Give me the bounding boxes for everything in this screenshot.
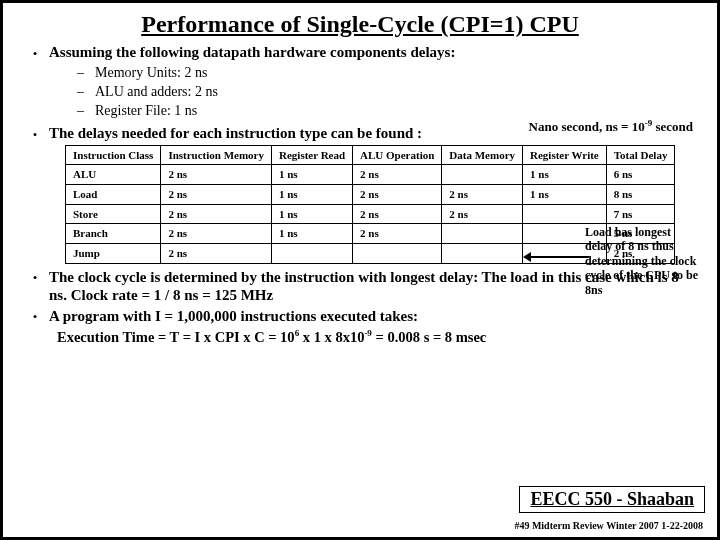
table-header-row: Instruction Class Instruction Memory Reg… (66, 145, 675, 165)
col-rwrite: Register Write (523, 145, 607, 165)
footer-course-box: EECC 550 - Shaaban (519, 486, 705, 513)
annotation: Load has longest delay of 8 ns thus dete… (585, 225, 701, 297)
delay-table: Instruction Class Instruction Memory Reg… (65, 145, 675, 264)
bullet-icon: • (21, 268, 49, 286)
execution-time-line: Execution Time = T = I x CPI x C = 106 x… (57, 328, 699, 346)
col-total: Total Delay (606, 145, 675, 165)
bullet-4-text: A program with I = 1,000,000 instruction… (49, 307, 699, 326)
col-imem: Instruction Memory (161, 145, 272, 165)
bullet-4: • A program with I = 1,000,000 instructi… (21, 307, 699, 326)
col-class: Instruction Class (66, 145, 161, 165)
table-row: Store2 ns1 ns2 ns2 ns7 ns (66, 204, 675, 224)
col-rread: Register Read (272, 145, 353, 165)
bullet-1-text: Assuming the following datapath hardware… (49, 44, 699, 61)
page-title: Performance of Single-Cycle (CPI=1) CPU (21, 11, 699, 38)
sub-1c: Register File: 1 ns (95, 102, 197, 121)
footer-slide-info: #49 Midterm Review Winter 2007 1-22-2008 (514, 520, 703, 531)
table-row: Jump2 ns2 ns (66, 243, 675, 263)
bullet-icon: • (21, 307, 49, 325)
col-alu: ALU Operation (353, 145, 442, 165)
arrow-icon (529, 256, 589, 258)
sub-1b: ALU and adders: 2 ns (95, 83, 218, 102)
bullet-icon: • (21, 125, 49, 143)
col-dmem: Data Memory (442, 145, 523, 165)
table-row: Branch2 ns1 ns2 ns5 ns (66, 224, 675, 244)
sub-list-1: –Memory Units: 2 ns –ALU and adders: 2 n… (77, 64, 699, 121)
bullet-1: • Assuming the following datapath hardwa… (21, 44, 699, 62)
sub-1a: Memory Units: 2 ns (95, 64, 207, 83)
bullet-icon: • (21, 44, 49, 62)
table-row: ALU2 ns1 ns2 ns1 ns6 ns (66, 165, 675, 185)
nano-note: Nano second, ns = 10-9 second (529, 118, 693, 135)
table-row: Load2 ns1 ns2 ns2 ns1 ns8 ns (66, 184, 675, 204)
